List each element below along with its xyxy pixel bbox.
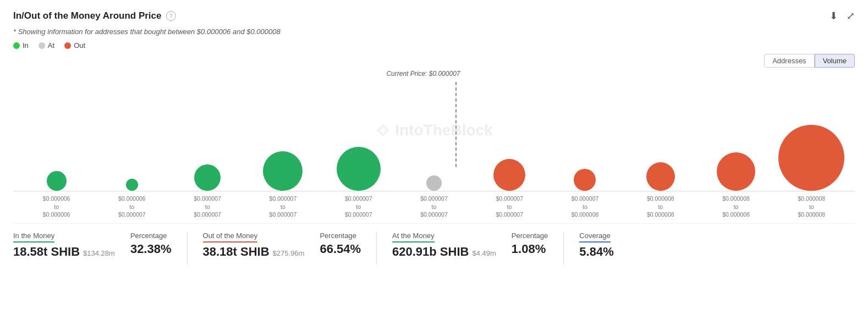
- stat-pct-out: Percentage 66.54%: [320, 232, 376, 256]
- bubble-col-6: [472, 159, 547, 191]
- bubble-col-0: [19, 171, 94, 191]
- bubble-col-7: [547, 169, 623, 191]
- title-area: In/Out of the Money Around Price ?: [13, 10, 176, 21]
- help-icon[interactable]: ?: [166, 11, 176, 21]
- stat-value-at: 620.91b SHIB $4.49m: [392, 245, 496, 259]
- stat-block-coverage: Coverage 5.84%: [579, 232, 629, 259]
- bubble-col-9: [698, 152, 773, 191]
- x-label-2: $0.000007to$0.000007: [170, 195, 245, 219]
- bubble-9: [717, 152, 755, 191]
- stat-block-at: At the Money 620.91b SHIB $4.49m: [392, 232, 512, 259]
- stat-value-out: 38.18t SHIB $275.96m: [203, 245, 305, 259]
- volume-button[interactable]: Volume: [815, 54, 855, 68]
- x-label-4: $0.000007to$0.000007: [321, 195, 396, 219]
- expand-icon[interactable]: ⤢: [847, 10, 855, 22]
- bubble-col-2: [170, 164, 245, 191]
- bubble-col-10: [774, 125, 849, 191]
- bubbles-container: Current Price: $0.000007: [13, 70, 855, 191]
- legend-item-at: At: [39, 41, 54, 49]
- stat-label-in: In the Money: [13, 232, 115, 243]
- bubbles-row: [13, 103, 855, 191]
- legend-label-in: In: [23, 41, 29, 49]
- bubble-2: [194, 164, 221, 191]
- toggle-buttons: Addresses Volume: [13, 54, 855, 68]
- x-label-3: $0.000007to$0.000007: [245, 195, 321, 219]
- out-dot: [64, 42, 71, 49]
- bubble-8: [646, 162, 675, 191]
- x-label-7: $0.000007to$0.000008: [547, 195, 623, 219]
- download-icon[interactable]: ⬇: [829, 10, 838, 22]
- header-icons: ⬇ ⤢: [829, 10, 855, 22]
- current-price-label: Current Price: $0.000007: [386, 70, 460, 78]
- stat-pct-at: Percentage 1.08%: [512, 232, 564, 256]
- x-label-9: $0.000008to$0.000008: [698, 195, 773, 219]
- divider-2: [376, 232, 377, 265]
- stat-value-in: 18.58t SHIB $134.28m: [13, 245, 115, 259]
- bubble-0: [47, 171, 67, 191]
- bubble-col-4: [321, 147, 396, 191]
- stat-value-coverage: 5.84%: [579, 245, 613, 259]
- page-title: In/Out of the Money Around Price: [13, 10, 162, 21]
- legend-label-at: At: [48, 41, 54, 49]
- x-label-10: $0.000008to$0.000008: [774, 195, 849, 219]
- header-row: In/Out of the Money Around Price ? ⬇ ⤢: [13, 10, 855, 22]
- addresses-button[interactable]: Addresses: [764, 54, 814, 68]
- stats-row: In the Money 18.58t SHIB $134.28m Percen…: [13, 223, 855, 265]
- divider-1: [187, 232, 188, 265]
- bubble-col-5: [396, 175, 471, 191]
- x-label-0: $0.000006to$0.000006: [19, 195, 94, 219]
- legend: In At Out: [13, 41, 855, 49]
- subtitle: * Showing information for addresses that…: [13, 27, 855, 36]
- bubble-col-1: [94, 179, 169, 191]
- stat-label-at: At the Money: [392, 232, 496, 243]
- stat-block-out: Out of the Money 38.18t SHIB $275.96m: [203, 232, 320, 259]
- bubble-1: [126, 179, 138, 191]
- x-label-5: $0.000007to$0.000007: [396, 195, 471, 219]
- bubble-7: [574, 169, 596, 191]
- stat-pct-in: Percentage 32.38%: [130, 232, 187, 256]
- x-label-6: $0.000007to$0.000007: [472, 195, 547, 219]
- stat-label-coverage: Coverage: [579, 232, 613, 243]
- chart-area: IntoTheBlock Current Price: $0.000007: [13, 70, 855, 191]
- bubble-5: [426, 175, 442, 191]
- stat-block-in: In the Money 18.58t SHIB $134.28m: [13, 232, 130, 259]
- bubble-6: [493, 159, 525, 191]
- bubble-col-3: [245, 151, 321, 191]
- legend-item-out: Out: [64, 41, 85, 49]
- x-axis: $0.000006to$0.000006 $0.000006to$0.00000…: [13, 191, 855, 219]
- bubble-4: [337, 147, 381, 191]
- bubble-10: [778, 125, 844, 191]
- at-dot: [39, 42, 45, 49]
- legend-item-in: In: [13, 41, 29, 49]
- x-label-1: $0.000006to$0.000007: [94, 195, 169, 219]
- divider-3: [563, 232, 564, 265]
- bubble-col-8: [623, 162, 698, 191]
- main-container: In/Out of the Money Around Price ? ⬇ ⤢ *…: [0, 0, 868, 273]
- x-label-8: $0.000008to$0.000008: [623, 195, 698, 219]
- stat-label-out: Out of the Money: [203, 232, 305, 243]
- bubble-3: [263, 151, 303, 191]
- legend-label-out: Out: [74, 41, 85, 49]
- in-dot: [13, 42, 20, 49]
